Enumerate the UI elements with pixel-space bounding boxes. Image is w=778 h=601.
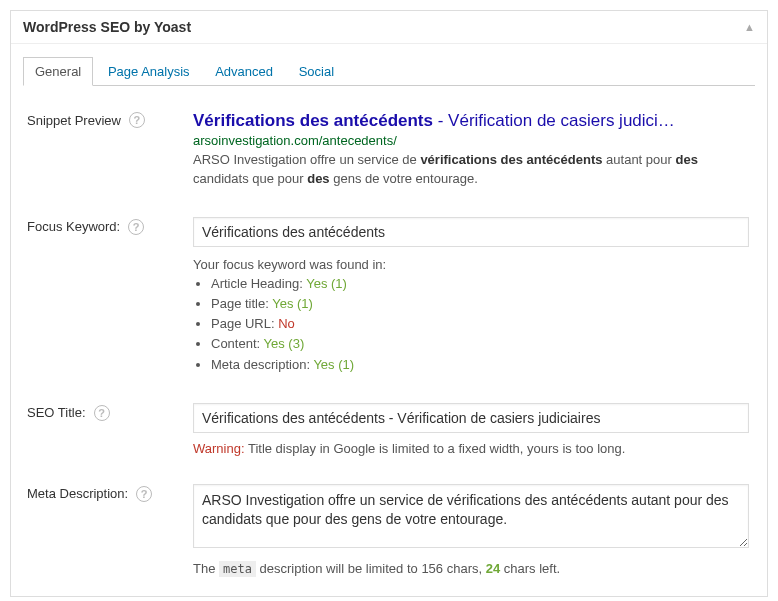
- snippet-title-rest: Vérification de casiers judici…: [448, 111, 675, 130]
- snippet-url: arsoinvestigation.com/antecedents/: [193, 133, 749, 148]
- seo-title-input[interactable]: [193, 403, 749, 433]
- metabox-header[interactable]: WordPress SEO by Yoast ▲: [11, 11, 767, 44]
- tab-page-analysis[interactable]: Page Analysis: [97, 58, 201, 85]
- collapse-icon[interactable]: ▲: [744, 21, 755, 33]
- kw-item-page-title: Page title: Yes (1): [211, 294, 749, 314]
- row-focus-keyword: Focus Keyword: ? Your focus keyword was …: [23, 217, 755, 375]
- tab-advanced[interactable]: Advanced: [204, 58, 284, 85]
- tab-social[interactable]: Social: [288, 58, 345, 85]
- snippet-title-bold: Vérifications des antécédents: [193, 111, 433, 130]
- tab-general[interactable]: General: [23, 57, 93, 86]
- keyword-results-intro: Your focus keyword was found in:: [193, 257, 749, 272]
- kw-item-page-url: Page URL: No: [211, 314, 749, 334]
- help-icon[interactable]: ?: [136, 486, 152, 502]
- focus-keyword-input[interactable]: [193, 217, 749, 247]
- help-icon[interactable]: ?: [128, 219, 144, 235]
- row-snippet-preview: Snippet Preview ? Vérifications des anté…: [23, 110, 755, 189]
- metabox-title: WordPress SEO by Yoast: [23, 19, 191, 35]
- tabs: General Page Analysis Advanced Social: [23, 56, 755, 86]
- yoast-metabox: WordPress SEO by Yoast ▲ General Page An…: [10, 10, 768, 597]
- kw-item-content: Content: Yes (3): [211, 334, 749, 354]
- snippet-title: Vérifications des antécédents - Vérifica…: [193, 110, 749, 131]
- kw-item-article-heading: Article Heading: Yes (1): [211, 274, 749, 294]
- metabox-body: General Page Analysis Advanced Social Sn…: [11, 44, 767, 596]
- keyword-results: Your focus keyword was found in: Article…: [193, 257, 749, 375]
- row-seo-title: SEO Title: ? Warning: Title display in G…: [23, 403, 755, 456]
- row-meta-description: Meta Description: ? ARSO Investigation o…: [23, 484, 755, 576]
- seo-title-label: SEO Title:: [27, 405, 86, 420]
- seo-title-warning: Warning: Title display in Google is limi…: [193, 441, 749, 456]
- snippet-description: ARSO Investigation offre un service de v…: [193, 151, 749, 189]
- keyword-results-list: Article Heading: Yes (1) Page title: Yes…: [211, 274, 749, 375]
- meta-description-label: Meta Description:: [27, 486, 128, 501]
- help-icon[interactable]: ?: [129, 112, 145, 128]
- kw-item-meta-description: Meta description: Yes (1): [211, 355, 749, 375]
- focus-keyword-label: Focus Keyword:: [27, 219, 120, 234]
- meta-description-textarea[interactable]: ARSO Investigation offre un service de v…: [193, 484, 749, 548]
- snippet-label: Snippet Preview: [27, 113, 121, 128]
- help-icon[interactable]: ?: [94, 405, 110, 421]
- meta-description-note: The meta description will be limited to …: [193, 561, 749, 576]
